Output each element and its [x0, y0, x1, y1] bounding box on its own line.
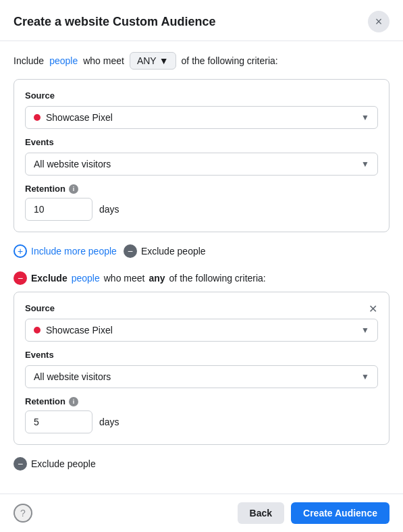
- include-source-select[interactable]: Showcase Pixel ▼: [25, 106, 378, 129]
- include-criteria-box: Source Showcase Pixel ▼ Events All websi…: [14, 79, 389, 232]
- exclude-source-value: Showcase Pixel: [46, 325, 113, 336]
- bottom-exclude-button[interactable]: − Exclude people: [14, 454, 96, 473]
- exclude-who-meet: who meet: [104, 273, 145, 284]
- exclude-people-text[interactable]: people: [72, 273, 100, 284]
- action-buttons: + Include more people − Exclude people: [14, 242, 389, 261]
- exclude-events-label: Events: [25, 350, 378, 360]
- include-events-select[interactable]: All website visitors ▼: [25, 153, 378, 176]
- include-days-label: days: [99, 204, 119, 215]
- include-more-button[interactable]: + Include more people: [14, 242, 117, 261]
- modal-close-button[interactable]: ×: [368, 11, 389, 32]
- modal-header: Create a website Custom Audience ×: [0, 0, 403, 41]
- exclude-days-label: days: [99, 417, 119, 427]
- criteria-intro: Include people who meet ANY ▼ of the fol…: [14, 52, 389, 70]
- modal: Create a website Custom Audience × Inclu…: [0, 0, 403, 532]
- include-source-chevron-icon: ▼: [361, 113, 369, 122]
- exclude-source-select[interactable]: Showcase Pixel ▼: [25, 319, 378, 342]
- any-label: ANY: [137, 55, 157, 66]
- exclude-any-text: any: [149, 273, 165, 284]
- modal-body: Include people who meet ANY ▼ of the fol…: [0, 41, 403, 494]
- exclude-people-label: Exclude people: [141, 246, 206, 257]
- include-retention-input[interactable]: [25, 198, 92, 221]
- bottom-exclude-minus-icon: −: [14, 457, 27, 471]
- include-plus-icon: +: [14, 244, 27, 258]
- exclude-section-intro: − Exclude people who meet any of the fol…: [14, 271, 389, 285]
- exclude-criteria-box: ✕ Source Showcase Pixel ▼ Events All web…: [14, 292, 389, 445]
- include-events-value: All website visitors: [34, 159, 111, 169]
- back-button[interactable]: Back: [238, 502, 284, 524]
- exclude-of-the: of the following criteria:: [169, 273, 266, 284]
- exclude-source-dot: [34, 327, 41, 334]
- bottom-exclude-label: Exclude people: [31, 458, 96, 469]
- exclude-events-value: All website visitors: [34, 371, 111, 382]
- include-text: Include: [14, 55, 44, 66]
- of-the-text: of the following criteria:: [182, 55, 278, 66]
- create-audience-button[interactable]: Create Audience: [291, 502, 389, 524]
- exclude-retention-input[interactable]: [25, 410, 92, 433]
- include-retention-label: Retention i: [25, 184, 378, 194]
- exclude-minus-icon: −: [124, 244, 137, 258]
- include-retention-row: days: [25, 198, 378, 221]
- exclude-box-close-button[interactable]: ✕: [365, 300, 381, 317]
- exclude-people-button[interactable]: − Exclude people: [124, 242, 206, 261]
- exclude-word: Exclude: [31, 273, 68, 284]
- include-more-label: Include more people: [31, 246, 117, 257]
- exclude-retention-label: Retention i: [25, 396, 378, 406]
- include-retention-info-icon[interactable]: i: [69, 184, 78, 194]
- include-source-value: Showcase Pixel: [46, 112, 113, 123]
- include-events-label: Events: [25, 137, 378, 147]
- exclude-retention-row: days: [25, 410, 378, 433]
- bottom-exclude-row: − Exclude people: [14, 454, 389, 473]
- modal-footer: ? Back Create Audience: [0, 494, 403, 532]
- exclude-source-chevron-icon: ▼: [361, 325, 369, 335]
- include-events-chevron-icon: ▼: [361, 159, 369, 169]
- who-meet-text: who meet: [83, 55, 124, 66]
- exclude-retention-info-icon[interactable]: i: [69, 397, 78, 406]
- people-link[interactable]: people: [49, 55, 78, 66]
- modal-title: Create a website Custom Audience: [14, 15, 215, 29]
- exclude-events-select[interactable]: All website visitors ▼: [25, 365, 378, 388]
- exclude-section-minus-icon: −: [14, 271, 27, 285]
- help-button[interactable]: ?: [14, 504, 32, 523]
- exclude-events-chevron-icon: ▼: [361, 372, 369, 381]
- exclude-source-label: Source: [25, 303, 378, 313]
- footer-right: Back Create Audience: [238, 502, 389, 524]
- include-source-label: Source: [25, 90, 378, 101]
- any-dropdown[interactable]: ANY ▼: [130, 52, 176, 70]
- any-chevron-icon: ▼: [159, 55, 169, 66]
- include-source-dot: [34, 114, 41, 121]
